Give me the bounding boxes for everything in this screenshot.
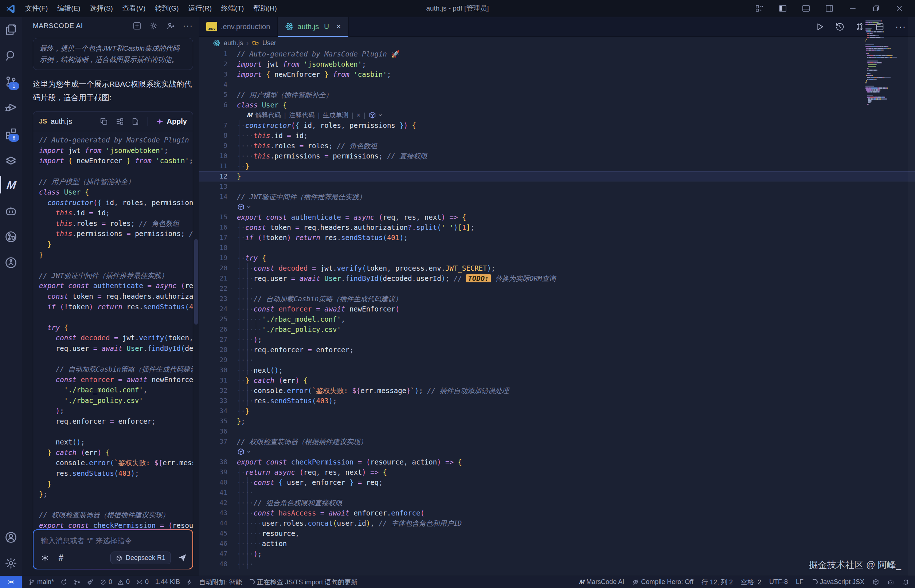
menu-item-0[interactable]: 文件(F) <box>20 4 52 13</box>
breadcrumb[interactable]: auth.js › User <box>199 37 915 49</box>
code-line-43[interactable]: 43····const hasAccess = await enforcer.e… <box>199 508 915 518</box>
chat-input-box[interactable]: 输入消息或者 “/” 来选择指令 # Deepseek R1 <box>33 529 193 569</box>
code-line-11[interactable]: 11··} <box>199 161 915 171</box>
copy-code-icon[interactable] <box>100 117 108 126</box>
ports-item[interactable]: 0 <box>136 578 149 586</box>
auto-attach-item[interactable]: 自动附加: 智能 <box>199 578 242 586</box>
activity-explorer[interactable] <box>0 17 22 43</box>
activity-extensions[interactable]: 6 <box>0 120 22 146</box>
code-line-41[interactable]: 41···· <box>199 488 915 498</box>
inline-chat-widget[interactable]: › <box>199 202 915 212</box>
marscode-cube-icon[interactable] <box>237 203 245 211</box>
compare-changes-icon[interactable] <box>855 22 864 31</box>
code-line-4[interactable]: 4 <box>199 79 915 90</box>
code-line-26[interactable]: 26······'./rbac_policy.csv' <box>199 324 915 334</box>
tab-auth-js[interactable]: auth.js U × <box>278 17 349 36</box>
activity-plugin-stack[interactable] <box>0 146 22 172</box>
code-line-5[interactable]: 5// 用户模型（插件智能补全） <box>199 90 915 100</box>
new-chat-icon[interactable] <box>133 21 141 30</box>
run-file-icon[interactable] <box>815 22 824 31</box>
cube-status-icon[interactable] <box>872 578 879 585</box>
model-selector[interactable]: Deepseek R1 <box>110 552 171 564</box>
code-line-38[interactable]: 38export const checkPermission = (resour… <box>199 457 915 467</box>
codelens-link-2[interactable]: 生成单测 <box>323 111 348 120</box>
menu-item-7[interactable]: 帮助(H) <box>249 4 281 13</box>
code-line-7[interactable]: 7··constructor({ id, roles, permissions … <box>199 120 915 131</box>
code-line-37[interactable]: 37// 权限检查装饰器（根据插件建议实现） <box>199 436 915 447</box>
context-hash-icon[interactable]: # <box>59 553 63 563</box>
code-line-33[interactable]: 33····res.sendStatus(403); <box>199 396 915 406</box>
code-line-14[interactable]: 14// JWT验证中间件（插件推荐最佳实践） <box>199 192 915 202</box>
code-line-44[interactable]: 44······user.roles.concat(user.id), // 主… <box>199 518 915 528</box>
file-size-item[interactable]: 1.44 KiB <box>155 578 180 586</box>
new-file-icon[interactable] <box>131 117 139 126</box>
insert-code-icon[interactable] <box>115 117 124 126</box>
indentation-item[interactable]: 空格: 2 <box>741 578 761 586</box>
minimize-button[interactable] <box>847 2 859 15</box>
code-line-28[interactable]: 28····req.enforcer = enforcer; <box>199 345 915 355</box>
code-line-8[interactable]: 8····this.id = id; <box>199 131 915 141</box>
menu-item-2[interactable]: 选择(S) <box>85 4 118 13</box>
close-button[interactable] <box>893 2 905 15</box>
marscode-status-item[interactable]: MMarsCode AI <box>579 578 624 586</box>
tab-env-production[interactable]: .ENV .env.production <box>199 17 278 36</box>
code-line-32[interactable]: 32····console.error(`鉴权失败: ${err.message… <box>199 385 915 396</box>
share-profile-icon[interactable] <box>166 21 175 30</box>
codelens-link-1[interactable]: 注释代码 <box>289 111 315 120</box>
code-line-21[interactable]: 21····req.user = await User.findById(dec… <box>199 273 915 283</box>
code-line-30[interactable]: 30····next(); <box>199 365 915 375</box>
code-line-46[interactable]: 46······action <box>199 538 915 549</box>
code-line-10[interactable]: 10····this.permissions = permissions; //… <box>199 151 915 161</box>
more-actions-icon[interactable]: ··· <box>183 21 193 31</box>
code-line-42[interactable]: 42····// 组合角色权限和直接权限 <box>199 498 915 508</box>
code-line-16[interactable]: 16··const token = req.headers.authorizat… <box>199 222 915 233</box>
customize-layout-icon[interactable] <box>753 2 766 15</box>
remote-indicator[interactable]: >< <box>0 576 22 588</box>
code-line-15[interactable]: 15export const authenticate = async (req… <box>199 212 915 222</box>
code-line-2[interactable]: 2import jwt from 'jsonwebtoken'; <box>199 59 915 69</box>
code-line-9[interactable]: 9····this.roles = roles; // 角色数组 <box>199 141 915 151</box>
code-line-34[interactable]: 34··} <box>199 406 915 416</box>
activity-git-graph[interactable] <box>0 224 22 250</box>
menu-item-5[interactable]: 运行(R) <box>184 4 217 13</box>
code-line-19[interactable]: 19··try { <box>199 253 915 263</box>
code-line-23[interactable]: 23····// 自动加载Casbin策略（插件生成代码建议） <box>199 294 915 304</box>
code-line-22[interactable]: 22···· <box>199 283 915 294</box>
menu-item-4[interactable]: 转到(G) <box>150 4 183 13</box>
eol-item[interactable]: LF <box>796 578 803 586</box>
activity-account[interactable] <box>0 524 22 550</box>
code-line-35[interactable]: 35}; <box>199 416 915 426</box>
code-line-40[interactable]: 40····const { user, enforcer } = req; <box>199 477 915 488</box>
code-line-39[interactable]: 39··return async (req, res, next) => { <box>199 467 915 477</box>
code-line-20[interactable]: 20····const decoded = jwt.verify(token, … <box>199 263 915 273</box>
send-icon[interactable] <box>178 553 187 563</box>
sync-icon[interactable] <box>60 579 67 585</box>
checking-item[interactable]: 正在检查 JS/TS import 语句的更新 <box>249 578 357 586</box>
branch-item[interactable]: main* <box>28 578 54 586</box>
menu-item-3[interactable]: 查看(V) <box>118 4 150 13</box>
sidebar-scrollbar[interactable] <box>194 239 198 325</box>
code-line-36[interactable]: 36 <box>199 426 915 436</box>
activity-run-debug[interactable] <box>0 94 22 120</box>
menu-item-6[interactable]: 终端(T) <box>217 4 249 13</box>
zap-icon[interactable] <box>187 579 192 585</box>
commands-icon[interactable] <box>41 554 49 562</box>
codelens-link-0[interactable]: 解释代码 <box>255 111 281 120</box>
cursor-position-item[interactable]: 行 12, 列 2 <box>702 578 733 586</box>
code-line-47[interactable]: 47····); <box>199 549 915 559</box>
minimap[interactable] <box>865 20 906 107</box>
notifications-bell-icon[interactable] <box>902 578 909 585</box>
git-graph-item[interactable] <box>74 579 80 585</box>
marscode-cube-icon[interactable] <box>369 111 377 119</box>
activity-settings[interactable] <box>0 550 22 576</box>
restore-button[interactable] <box>870 2 882 15</box>
marscode-cube-icon[interactable] <box>237 448 245 456</box>
code-editor[interactable]: 1// Auto-generated by MarsCode Plugin 🚀2… <box>199 49 915 576</box>
timeline-icon[interactable] <box>835 22 844 31</box>
code-line-13[interactable]: 13 <box>199 181 915 192</box>
inline-chat-widget[interactable]: › <box>199 447 915 457</box>
code-line-31[interactable]: 31··} catch (err) { <box>199 375 915 385</box>
code-line-45[interactable]: 45······resource, <box>199 528 915 538</box>
activity-ai-robot[interactable] <box>0 198 22 224</box>
activity-search[interactable] <box>0 43 22 68</box>
